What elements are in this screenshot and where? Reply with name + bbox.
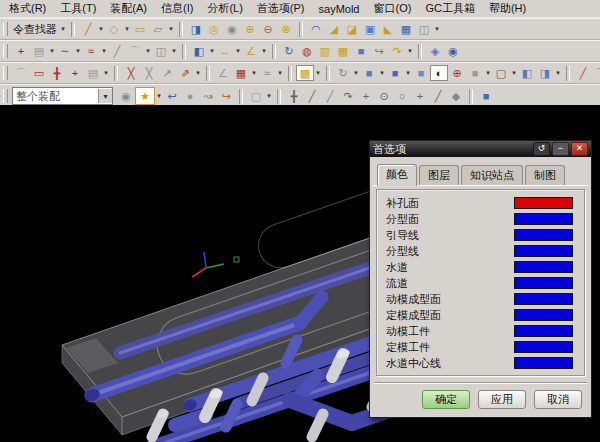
- rotate-view-dropdown[interactable]: ▾: [352, 69, 360, 77]
- highlight-toggle-icon[interactable]: ◉: [117, 88, 135, 104]
- datum-csys-dropdown[interactable]: ▾: [48, 47, 56, 55]
- find-face-icon[interactable]: ◈: [426, 43, 444, 59]
- line-icon[interactable]: ╱: [108, 43, 126, 59]
- static-wireframe-dropdown[interactable]: ▾: [484, 69, 492, 77]
- tab-color[interactable]: 颜色: [377, 164, 417, 186]
- quick-extend-icon[interactable]: ╳: [140, 65, 158, 81]
- shaded-with-edges-icon[interactable]: ■: [360, 65, 378, 81]
- hole-icon[interactable]: ◉: [223, 21, 241, 37]
- toolbar-drag-handle[interactable]: [3, 44, 8, 58]
- enable-snap-point-icon[interactable]: ╋: [285, 88, 303, 104]
- revolve-icon[interactable]: ◎: [205, 21, 223, 37]
- shell-icon[interactable]: ▣: [361, 21, 379, 37]
- csys-icon[interactable]: ▤: [84, 65, 102, 81]
- existing-point-snap-icon[interactable]: +: [411, 88, 429, 104]
- edit-section-icon[interactable]: ◨: [536, 65, 554, 81]
- new-section-dropdown[interactable]: ▾: [510, 69, 518, 77]
- draft-icon[interactable]: ◣: [379, 21, 397, 37]
- toolbar-drag-handle[interactable]: [3, 66, 8, 80]
- arc-dropdown[interactable]: ▾: [144, 47, 152, 55]
- selection-scope-combo[interactable]: 整个装配 ▼: [12, 87, 113, 105]
- wcs-triad[interactable]: [192, 252, 239, 277]
- quick-trim-icon[interactable]: ╳: [122, 65, 140, 81]
- offset-curve-icon[interactable]: ◫: [152, 43, 170, 59]
- intersect-icon[interactable]: ⊗: [277, 21, 295, 37]
- wrench-icon[interactable]: ↷: [388, 43, 406, 59]
- general-selection-icon[interactable]: ●: [181, 88, 199, 104]
- clip-section-icon[interactable]: ◧: [518, 65, 536, 81]
- toolbar-drag-handle[interactable]: [3, 89, 8, 103]
- face-analysis-icon[interactable]: ◐: [430, 65, 448, 81]
- menu-item-1[interactable]: 工具(T): [53, 1, 103, 16]
- color-swatch[interactable]: [514, 197, 573, 209]
- curve-icon[interactable]: ∼: [56, 43, 74, 59]
- menu-item-2[interactable]: 装配(A): [103, 1, 154, 16]
- undo-selection-icon[interactable]: ↩: [163, 88, 181, 104]
- tool-cube-icon[interactable]: ■: [352, 43, 370, 59]
- dimension-icon[interactable]: ▭: [131, 21, 149, 37]
- menu-item-4[interactable]: 分析(L): [200, 1, 249, 16]
- point-on-curve-snap-icon[interactable]: ╱: [429, 88, 447, 104]
- shaded-with-edges-dropdown[interactable]: ▾: [378, 69, 386, 77]
- window-style-dropdown[interactable]: ▾: [314, 69, 322, 77]
- snap-star-icon[interactable]: ★: [135, 87, 155, 105]
- sheet-body-dropdown[interactable]: ▾: [167, 25, 175, 33]
- spline-dropdown[interactable]: ▾: [100, 47, 108, 55]
- shaded-icon[interactable]: ■: [386, 65, 404, 81]
- sketch-dropdown[interactable]: ▾: [97, 25, 105, 33]
- color-swatch[interactable]: [514, 357, 573, 369]
- measure-angle-icon[interactable]: ∠: [242, 43, 260, 59]
- dialog-title-bar[interactable]: 首选项 ↺−✕: [370, 141, 591, 157]
- pattern-feature-icon[interactable]: ▦: [397, 21, 415, 37]
- measure-distance-dropdown[interactable]: ▾: [234, 47, 242, 55]
- menu-item-8[interactable]: GC工具箱: [418, 1, 482, 16]
- csys-dropdown[interactable]: ▾: [102, 69, 110, 77]
- command-finder-dropdown[interactable]: ▾: [59, 25, 67, 33]
- color-swatch[interactable]: [514, 261, 573, 273]
- minimize-button[interactable]: −: [552, 142, 569, 156]
- color-swatch[interactable]: [514, 277, 573, 289]
- end-point-snap-icon[interactable]: ╱: [303, 88, 321, 104]
- arc-icon[interactable]: ⌒: [126, 43, 144, 59]
- menu-item-3[interactable]: 信息(I): [154, 1, 200, 16]
- wireframe-dimmed-icon[interactable]: ■: [412, 65, 430, 81]
- bottle-icon[interactable]: ◍: [298, 43, 316, 59]
- subtract-icon[interactable]: ⊖: [259, 21, 277, 37]
- selection-wand-icon[interactable]: ↝: [199, 88, 217, 104]
- color-swatch[interactable]: [514, 341, 573, 353]
- static-wireframe-icon[interactable]: ■: [466, 65, 484, 81]
- mirror-feature-icon[interactable]: ◫: [415, 21, 433, 37]
- measure-distance-icon[interactable]: ↔: [216, 43, 234, 59]
- measure-icon[interactable]: ◧: [190, 43, 208, 59]
- color-swatch[interactable]: [514, 245, 573, 257]
- arc-curve-icon[interactable]: ⌒: [592, 65, 600, 81]
- sketch-point-icon[interactable]: +: [66, 65, 84, 81]
- chamfer-icon[interactable]: ◢: [325, 21, 343, 37]
- offset-sketch-curve-dropdown[interactable]: ▾: [276, 69, 284, 77]
- mirror-feature-dropdown[interactable]: ▾: [433, 25, 441, 33]
- shaded-dropdown[interactable]: ▾: [404, 69, 412, 77]
- sheet-body-icon[interactable]: ▱: [149, 21, 167, 37]
- color-swatch[interactable]: [514, 325, 573, 337]
- point-icon[interactable]: +: [12, 43, 30, 59]
- angle-dim-icon[interactable]: ∠: [214, 65, 232, 81]
- hand-select-icon[interactable]: ↪: [217, 88, 235, 104]
- window-style-icon[interactable]: ▩: [296, 65, 314, 81]
- wrench-dropdown[interactable]: ▾: [406, 47, 414, 55]
- apply-button[interactable]: 应用: [478, 390, 526, 409]
- rollup-button[interactable]: ↺: [533, 142, 550, 156]
- point-on-face-snap-icon[interactable]: ◆: [447, 88, 465, 104]
- spline-icon[interactable]: ≈: [82, 43, 100, 59]
- edit-section-dropdown[interactable]: ▾: [554, 69, 562, 77]
- make-corner-icon[interactable]: ↗: [158, 65, 176, 81]
- tab-layer[interactable]: 图层: [419, 165, 459, 185]
- quadrant-snap-icon[interactable]: ○: [393, 88, 411, 104]
- measure-angle-dropdown[interactable]: ▾: [260, 47, 268, 55]
- control-point-snap-icon[interactable]: ↷: [339, 88, 357, 104]
- rectangle-select-icon[interactable]: ▢: [247, 88, 265, 104]
- trim-body-icon[interactable]: ◪: [343, 21, 361, 37]
- box-check-icon[interactable]: ▥: [316, 43, 334, 59]
- selection-scope-dropdown[interactable]: ▼: [98, 89, 112, 103]
- pattern-curve-icon[interactable]: ▦: [232, 65, 250, 81]
- arc-center-snap-icon[interactable]: ⊙: [375, 88, 393, 104]
